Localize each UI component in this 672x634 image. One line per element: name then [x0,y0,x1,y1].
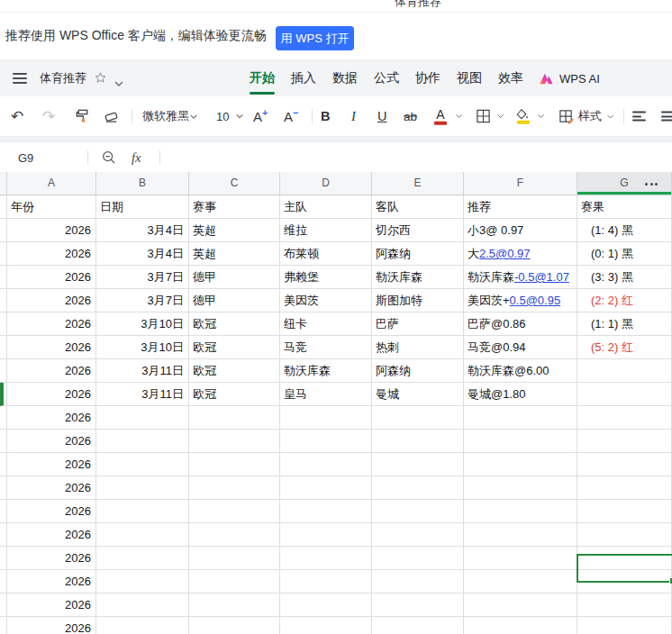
cell-E4[interactable]: 勒沃库森 [372,266,464,289]
cell-D15[interactable] [280,523,372,547]
cell-D2[interactable]: 维拉 [280,219,372,242]
ribbon-tab-协作[interactable]: 协作 [415,70,440,86]
decrease-font-size-icon[interactable]: A− [284,109,298,124]
cell-F12[interactable] [464,453,577,476]
cell-G6[interactable]: (1: 1) 黑 [577,312,672,336]
row-header-16[interactable] [0,547,7,570]
cell-E12[interactable] [372,453,464,476]
cell-G8[interactable] [577,359,672,383]
cell-A4[interactable]: 2026 [7,266,96,289]
star-favorite-icon[interactable] [94,71,107,88]
cell-E13[interactable] [372,476,464,500]
redo-icon[interactable]: ↷ [42,109,55,124]
cell-D6[interactable]: 纽卡 [280,312,372,336]
cell-C1[interactable]: 赛事 [189,195,280,219]
cell-A11[interactable]: 2026 [7,430,96,453]
cell-E2[interactable]: 切尔西 [372,219,464,242]
cell-B9[interactable]: 3月11日 [96,383,189,406]
more-columns-button[interactable] [645,172,658,195]
cell-C16[interactable] [189,547,280,570]
ribbon-tab-开始[interactable]: 开始 [250,70,275,86]
cell-D4[interactable]: 弗赖堡 [280,266,372,289]
cell-style-button[interactable]: 样式 [558,108,614,124]
bold-button[interactable]: B [321,109,330,123]
cell-F2[interactable]: 小3@ 0.97 [464,219,577,242]
underline-button[interactable]: U [377,109,386,123]
row-header-8[interactable] [0,359,7,383]
row-header-5[interactable] [0,289,7,312]
cell-F8[interactable]: 勒沃库森@6.00 [464,359,577,383]
cell-reference-name-box[interactable]: G9 [18,150,33,164]
cell-F9[interactable]: 曼城@1.80 [464,383,577,406]
cell-A3[interactable]: 2026 [7,242,96,266]
cell-C2[interactable]: 英超 [189,219,280,242]
format-painter-icon[interactable] [74,108,91,125]
cell-D7[interactable]: 马竞 [280,336,372,359]
cell-C7[interactable]: 欧冠 [189,336,280,359]
cell-C9[interactable]: 欧冠 [189,383,280,406]
cell-D11[interactable] [280,430,372,453]
cell-C18[interactable] [189,593,280,617]
column-header-F[interactable]: F [464,172,577,195]
cell-B14[interactable] [96,500,189,523]
cell-E8[interactable]: 阿森纳 [372,359,464,383]
row-header-3[interactable] [0,242,7,266]
cell-B7[interactable]: 3月10日 [96,336,189,359]
row-header-15[interactable] [0,523,7,547]
formula-input[interactable] [171,142,672,172]
wps-ai-button[interactable]: WPS AI [539,60,600,96]
cell-B6[interactable]: 3月10日 [96,312,189,336]
cell-A14[interactable]: 2026 [7,500,96,523]
ribbon-tab-插入[interactable]: 插入 [291,70,316,86]
ribbon-tab-公式[interactable]: 公式 [374,70,399,86]
row-header-12[interactable] [0,453,7,476]
cell-B17[interactable] [96,570,189,593]
hyperlink[interactable]: 0.5@0.95 [510,294,561,307]
row-header-18[interactable] [0,593,7,617]
cell-A15[interactable]: 2026 [7,523,96,547]
cell-A7[interactable]: 2026 [7,336,96,359]
row-header-6[interactable] [0,312,7,336]
cell-A9[interactable]: 2026 [7,383,96,406]
cell-D10[interactable] [280,406,372,430]
undo-icon[interactable]: ↶ [11,109,23,124]
cell-A1[interactable]: 年份 [7,195,96,219]
cell-B18[interactable] [96,593,189,617]
borders-chevron-icon[interactable] [496,113,504,120]
cell-G1[interactable]: 赛果 [577,195,672,219]
cell-C12[interactable] [189,453,280,476]
fill-color-button[interactable] [516,109,530,124]
cell-G16[interactable] [577,547,672,570]
hyperlink[interactable]: -0.5@1.07 [514,270,569,284]
cell-C10[interactable] [189,406,280,430]
cell-B16[interactable] [96,547,189,570]
cell-G9[interactable] [577,383,672,406]
ribbon-tab-视图[interactable]: 视图 [457,70,482,86]
column-header-E[interactable]: E [372,172,464,195]
row-header-10[interactable] [0,406,7,430]
cell-D1[interactable]: 主队 [280,195,372,219]
cell-G14[interactable] [577,500,672,523]
cell-F4[interactable]: 勒沃库森-0.5@1.07 [464,266,577,289]
cell-C4[interactable]: 德甲 [189,266,280,289]
italic-button[interactable]: I [351,109,356,124]
cell-A16[interactable]: 2026 [7,547,96,570]
cell-A8[interactable]: 2026 [7,359,96,383]
cell-E7[interactable]: 热刺 [372,336,464,359]
title-chevron-down-icon[interactable] [114,75,124,91]
column-header-A[interactable]: A [7,172,96,195]
cell-D9[interactable]: 皇马 [280,383,372,406]
cell-G18[interactable] [577,593,672,617]
cell-E1[interactable]: 客队 [372,195,464,219]
cell-E3[interactable]: 阿森纳 [372,242,464,266]
insert-function-fx-icon[interactable]: fx [132,149,141,165]
cell-G7[interactable]: (5: 2) 红 [577,336,672,359]
search-zoom-icon[interactable] [101,149,117,166]
cell-D13[interactable] [280,476,372,500]
cell-F14[interactable] [464,500,577,523]
row-header-2[interactable] [0,219,7,242]
cell-A19[interactable]: 2026 [7,617,96,634]
cell-F18[interactable] [464,593,577,617]
cell-A17[interactable]: 2026 [7,570,96,593]
align-left-icon[interactable] [632,111,646,121]
